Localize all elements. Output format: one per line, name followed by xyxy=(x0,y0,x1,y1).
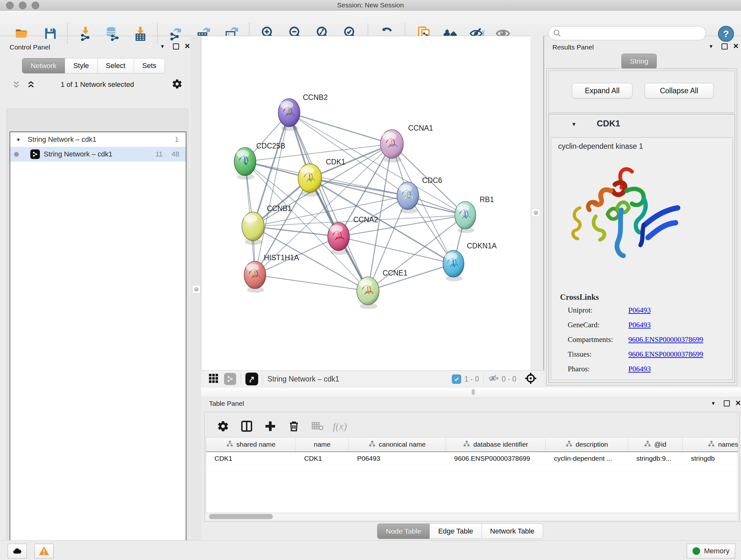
network-edge[interactable] xyxy=(289,113,465,215)
network-edge[interactable] xyxy=(289,113,368,291)
results-panel-close-icon[interactable]: ✕ xyxy=(732,42,740,51)
table-horizontal-scrollbar[interactable] xyxy=(206,513,738,520)
results-panel-float-icon[interactable] xyxy=(720,42,729,51)
fit-selected-crosshair-icon[interactable] xyxy=(525,372,537,386)
add-column-icon[interactable] xyxy=(261,417,279,435)
tab-style[interactable]: Style xyxy=(65,58,98,73)
network-node-RB1[interactable] xyxy=(455,201,476,233)
network-edge-count: 48 xyxy=(172,150,179,159)
network-node-CDC25B[interactable] xyxy=(234,147,256,180)
crosslink-link[interactable]: P06493 xyxy=(628,365,651,373)
selected-checkbox-icon[interactable] xyxy=(452,374,461,384)
control-panel-close-icon[interactable]: ✕ xyxy=(183,42,192,51)
results-panel-menu-icon[interactable]: ▾ xyxy=(707,42,715,51)
tab-node-table[interactable]: Node Table xyxy=(377,523,430,539)
splitter-handle-icon[interactable] xyxy=(532,208,540,217)
table-cell[interactable]: cyclin-dependent ... xyxy=(546,452,628,465)
cloud-button[interactable] xyxy=(8,544,27,558)
panel-splitter-horizontal[interactable] xyxy=(201,387,741,398)
tab-network[interactable]: Network xyxy=(22,58,65,73)
crosslink-link[interactable]: P06493 xyxy=(628,321,651,329)
panel-splitter-right[interactable] xyxy=(530,36,544,370)
network-options-gear-icon[interactable] xyxy=(172,78,183,91)
table-cell[interactable]: CDK1 xyxy=(296,452,349,465)
node-label-CDKN1A: CDKN1A xyxy=(467,242,497,250)
table-cell[interactable]: CDK1 xyxy=(206,452,296,465)
column-header-description[interactable]: description xyxy=(546,437,628,451)
column-label: database identifier xyxy=(473,441,528,448)
network-node-CDKN1A[interactable] xyxy=(443,250,464,281)
network-edge[interactable] xyxy=(289,113,392,144)
hierarchy-icon xyxy=(644,440,651,449)
network-node-HIST1H1A[interactable] xyxy=(244,261,266,293)
function-builder-icon[interactable]: f(x) xyxy=(331,417,349,435)
network-node-CCNB2[interactable] xyxy=(278,99,300,131)
delete-column-icon[interactable] xyxy=(285,417,303,435)
birds-eye-view-icon[interactable] xyxy=(246,373,258,385)
entry-name: CDK1 xyxy=(597,119,620,129)
network-view-title: String Network – cdk1 xyxy=(267,375,339,383)
network-edge[interactable] xyxy=(253,226,339,237)
network-collection-count: 1 xyxy=(175,135,179,144)
network-view-share-icon[interactable] xyxy=(224,373,236,385)
network-edge[interactable] xyxy=(255,275,368,291)
crosslink-link[interactable]: P06493 xyxy=(628,306,651,314)
hidden-eye-slash-icon[interactable] xyxy=(488,373,499,385)
network-edge[interactable] xyxy=(339,237,454,264)
table-cell[interactable]: P06493 xyxy=(349,452,446,465)
expand-all-networks-icon[interactable] xyxy=(26,80,39,91)
table-panel-float-icon[interactable] xyxy=(723,399,731,408)
control-panel-float-icon[interactable] xyxy=(172,42,180,51)
network-canvas[interactable]: CCNB2CCNA1CDC25BCDK1CDC6RB1CCNB1CCNA2CDK… xyxy=(201,36,531,371)
memory-button[interactable]: Memory xyxy=(687,544,735,558)
node-label-CCNA1: CCNA1 xyxy=(408,124,433,132)
tree-expand-icon[interactable]: ▼ xyxy=(16,137,21,142)
tab-sets[interactable]: Sets xyxy=(134,58,165,73)
tab-network-table[interactable]: Network Table xyxy=(482,523,543,539)
delete-table-icon[interactable] xyxy=(309,417,327,435)
entry-collapse-icon[interactable]: ▼ xyxy=(571,121,577,128)
crosslink-label: Uniprot: xyxy=(568,306,593,314)
table-panel-menu-icon[interactable]: ▾ xyxy=(709,399,718,408)
crosslink-link[interactable]: 9606.ENSP00000378699 xyxy=(628,350,703,359)
network-row-selected[interactable]: String Network – cdk1 11 48 xyxy=(10,147,186,162)
table-panel-close-icon[interactable]: ✕ xyxy=(734,399,741,408)
network-edge[interactable] xyxy=(255,113,289,275)
expand-all-button[interactable]: Expand All xyxy=(572,83,632,98)
column-header-canonical-name[interactable]: canonical name xyxy=(349,437,446,451)
table-cell[interactable]: 9606.ENSP00000378699 xyxy=(446,452,546,465)
column-header-namespace[interactable]: namespace xyxy=(683,437,738,451)
warnings-button[interactable] xyxy=(35,544,54,558)
column-header--id[interactable]: @id xyxy=(628,437,683,451)
node-table-box: f(x) shared namenamecanonical namedataba… xyxy=(204,412,740,522)
network-edge[interactable] xyxy=(368,264,454,291)
column-header-name[interactable]: name xyxy=(296,437,349,451)
grid-view-icon[interactable] xyxy=(208,373,219,385)
control-panel-menu-icon[interactable]: ▾ xyxy=(158,42,166,51)
table-cell[interactable]: stringdb xyxy=(683,452,738,465)
splitter-handle-icon[interactable] xyxy=(192,285,200,294)
column-header-database-identifier[interactable]: database identifier xyxy=(446,437,546,451)
tab-string[interactable]: String xyxy=(621,54,657,69)
network-node-CCNB1[interactable] xyxy=(242,212,264,245)
network-collection-row[interactable]: ▼ String Network – cdk1 1 xyxy=(10,132,186,147)
crosslink-label: Tissues: xyxy=(568,350,592,359)
collapse-all-networks-icon[interactable] xyxy=(11,80,24,91)
crosslink-link[interactable]: 9606.ENSP00000378699 xyxy=(628,335,703,344)
splitter-handle-icon[interactable] xyxy=(472,389,475,395)
network-node-CDC6[interactable] xyxy=(397,182,419,213)
node-label-CCNA2: CCNA2 xyxy=(353,215,378,224)
table-options-gear-icon[interactable] xyxy=(214,417,232,435)
node-label-HIST1H1A: HIST1H1A xyxy=(264,253,299,262)
scrollbar-thumb[interactable] xyxy=(209,514,273,519)
show-columns-icon[interactable] xyxy=(238,417,256,435)
network-node-CCNE1[interactable] xyxy=(357,277,379,309)
results-panel-title: Results Panel xyxy=(552,44,594,51)
tab-edge-table[interactable]: Edge Table xyxy=(429,523,482,539)
title-bar: Session: New Session xyxy=(0,0,741,10)
tab-select[interactable]: Select xyxy=(97,58,134,73)
table-cell[interactable]: stringdb:9... xyxy=(628,452,683,465)
collapse-all-button[interactable]: Collapse All xyxy=(645,83,714,98)
column-header-shared-name[interactable]: shared name xyxy=(206,437,296,451)
table-row[interactable]: CDK1CDK1P064939606.ENSP00000378699cyclin… xyxy=(206,452,738,465)
